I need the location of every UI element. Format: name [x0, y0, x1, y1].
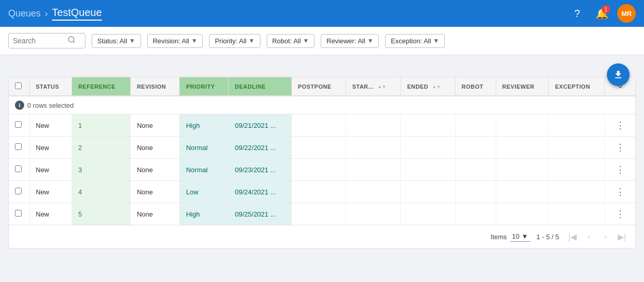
priority-filter-label: Priority: All: [215, 37, 246, 45]
select-all-checkbox[interactable]: [15, 82, 22, 89]
next-page-button[interactable]: ›: [598, 229, 613, 244]
first-page-icon: |◀: [568, 232, 577, 242]
exception-filter[interactable]: Exception: All ▼: [385, 34, 445, 48]
row-4-deadline: 09/24/2021 ...: [229, 181, 291, 203]
row-5-actions[interactable]: ⋮: [605, 203, 635, 225]
row-4-actions[interactable]: ⋮: [605, 181, 635, 203]
row-2-priority: Normal: [180, 137, 229, 159]
table-row: New 2 None Normal 09/22/2021 ... ⋮: [9, 137, 635, 159]
row-1-actions[interactable]: ⋮: [605, 114, 635, 137]
row-4-reviewer: [496, 181, 549, 203]
row-2-started: [346, 137, 401, 159]
breadcrumb-parent[interactable]: Queues: [8, 8, 41, 19]
status-filter-chevron-icon: ▼: [129, 37, 135, 44]
row-3-ended: [401, 159, 455, 181]
items-label: Items: [491, 233, 507, 241]
row-checkbox-cell[interactable]: [9, 114, 29, 137]
toolbar: Status: All ▼ Revision: All ▼ Priority: …: [0, 27, 644, 55]
row-5-started: [346, 203, 401, 225]
robot-filter-label: Robot: All: [272, 37, 301, 45]
row-2-menu-icon[interactable]: ⋮: [614, 141, 627, 154]
row-2-checkbox[interactable]: [15, 143, 22, 150]
row-1-robot: [455, 114, 496, 137]
search-box[interactable]: [8, 33, 85, 48]
row-5-menu-icon[interactable]: ⋮: [614, 208, 627, 220]
row-2-postpone: [291, 137, 346, 159]
row-3-reviewer: [496, 159, 549, 181]
header-actions: ? 🔔 1 MR: [568, 4, 636, 23]
reviewer-filter[interactable]: Reviewer: All ▼: [321, 34, 379, 48]
rows-selected-label: 0 rows selected: [27, 102, 74, 109]
priority-filter[interactable]: Priority: All ▼: [209, 34, 260, 48]
breadcrumb-chevron-icon: ›: [45, 8, 48, 19]
avatar[interactable]: MR: [617, 4, 636, 23]
table-header-row: STATUS REFERENCE REVISION PRIORITY DEADL…: [9, 77, 635, 96]
info-row: i 0 rows selected: [9, 96, 635, 114]
row-3-postpone: [291, 159, 346, 181]
row-3-menu-icon[interactable]: ⋮: [614, 163, 627, 176]
row-3-revision: None: [130, 159, 180, 181]
table-row: New 4 None Low 09/24/2021 ... ⋮: [9, 181, 635, 203]
data-table: STATUS REFERENCE REVISION PRIORITY DEADL…: [8, 77, 636, 248]
row-1-postpone: [291, 114, 346, 137]
th-revision: REVISION: [130, 77, 180, 96]
exception-filter-label: Exception: All: [391, 37, 431, 45]
row-checkbox-cell[interactable]: [9, 181, 29, 203]
th-reference[interactable]: REFERENCE: [72, 77, 130, 96]
row-2-actions[interactable]: ⋮: [605, 137, 635, 159]
fab-wrapper: [8, 63, 636, 77]
row-5-reviewer: [496, 203, 549, 225]
row-4-ended: [401, 181, 455, 203]
prev-page-button[interactable]: ‹: [582, 229, 596, 244]
row-1-started: [346, 114, 401, 137]
row-4-priority: Low: [180, 181, 229, 203]
robot-filter[interactable]: Robot: All ▼: [267, 34, 315, 48]
first-page-button[interactable]: |◀: [565, 229, 580, 244]
header: Queues › TestQueue ? 🔔 1 MR: [0, 0, 644, 27]
items-per-page-select[interactable]: 10 ▼: [510, 231, 530, 242]
row-1-status: New: [29, 114, 72, 137]
select-all-header[interactable]: [9, 77, 29, 96]
info-icon-group: i 0 rows selected: [15, 101, 74, 110]
notifications-button[interactable]: 🔔 1: [593, 4, 611, 23]
row-checkbox-cell[interactable]: [9, 203, 29, 225]
revision-filter[interactable]: Revision: All ▼: [147, 34, 203, 48]
last-page-button[interactable]: ▶|: [615, 229, 629, 244]
search-input[interactable]: [13, 37, 64, 45]
help-button[interactable]: ?: [568, 4, 586, 23]
th-started[interactable]: STAR... ▲▼: [346, 77, 401, 96]
row-3-reference: 3: [72, 159, 130, 181]
row-5-exception: [549, 203, 605, 225]
th-ended[interactable]: ENDED ▲▼: [401, 77, 455, 96]
row-5-checkbox[interactable]: [15, 210, 22, 217]
row-1-ended: [401, 114, 455, 137]
items-per-page-value: 10: [512, 233, 519, 240]
th-robot: ROBOT: [455, 77, 496, 96]
row-checkbox-cell[interactable]: [9, 159, 29, 181]
help-icon: ?: [574, 8, 580, 20]
row-2-deadline: 09/22/2021 ...: [229, 137, 291, 159]
next-page-icon: ›: [604, 232, 606, 241]
status-filter-label: Status: All: [97, 37, 127, 45]
info-cell: i 0 rows selected: [9, 96, 635, 114]
row-3-checkbox[interactable]: [15, 165, 22, 172]
row-checkbox-cell[interactable]: [9, 137, 29, 159]
row-1-revision: None: [130, 114, 180, 137]
row-5-robot: [455, 203, 496, 225]
row-4-started: [346, 181, 401, 203]
row-1-menu-icon[interactable]: ⋮: [614, 119, 627, 131]
row-4-checkbox[interactable]: [15, 188, 22, 194]
row-1-checkbox[interactable]: [15, 121, 22, 128]
items-per-page-group: Items 10 ▼: [491, 231, 530, 242]
row-5-ended: [401, 203, 455, 225]
table-row: New 1 None High 09/21/2021 ... ⋮: [9, 114, 635, 137]
svg-point-0: [68, 37, 74, 42]
status-filter[interactable]: Status: All ▼: [92, 34, 141, 48]
page-info: 1 - 5 / 5: [536, 233, 559, 241]
revision-filter-chevron-icon: ▼: [192, 37, 198, 44]
row-4-robot: [455, 181, 496, 203]
download-button[interactable]: [607, 63, 630, 86]
exception-filter-chevron-icon: ▼: [433, 37, 439, 44]
row-4-menu-icon[interactable]: ⋮: [614, 186, 627, 198]
row-3-actions[interactable]: ⋮: [605, 159, 635, 181]
